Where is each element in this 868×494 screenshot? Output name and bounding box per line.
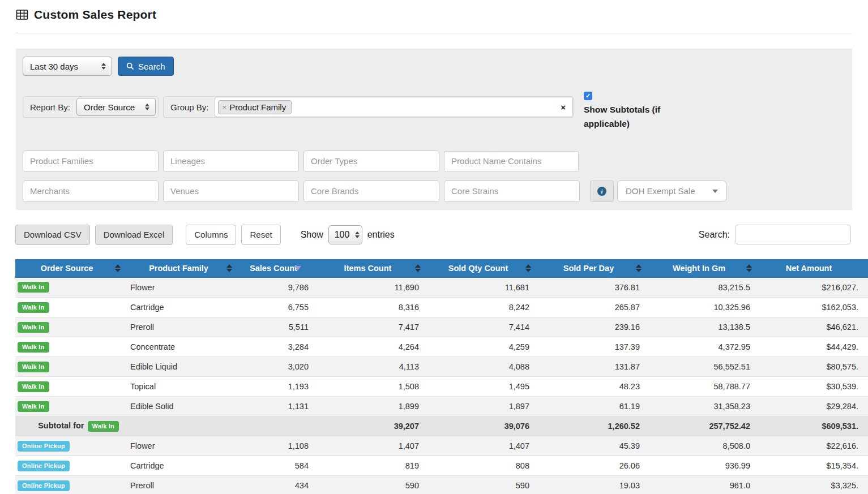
product-family-cell: Edible Solid bbox=[127, 397, 239, 416]
lineages-input[interactable] bbox=[163, 151, 299, 172]
doh-exempt-select[interactable]: DOH Exempt Sale bbox=[617, 181, 726, 202]
table-row: Walk InEdible Solid1,1311,8991,89761.193… bbox=[15, 397, 868, 416]
product-family-cell: Topical bbox=[127, 377, 239, 397]
value-cell: 48.23 bbox=[538, 377, 648, 397]
value-cell: $216,027. bbox=[759, 278, 868, 298]
order-source-cell: Online Pickup bbox=[15, 476, 127, 494]
value-cell: 434 bbox=[239, 476, 317, 494]
column-header-sold-qty-count[interactable]: Sold Qty Count bbox=[427, 259, 538, 278]
sort-icon[interactable] bbox=[115, 264, 121, 272]
column-header-sales-count[interactable]: Sales Count bbox=[239, 259, 317, 278]
group-by-input[interactable]: × Product Family × bbox=[215, 97, 573, 117]
order-types-input[interactable] bbox=[303, 151, 439, 172]
value-cell: 26.06 bbox=[538, 456, 648, 476]
value-cell: 39,076 bbox=[427, 416, 538, 436]
value-cell: $15,354. bbox=[759, 456, 868, 476]
info-button[interactable]: i bbox=[590, 181, 614, 202]
value-cell: 6,755 bbox=[239, 298, 317, 317]
column-label: Sales Count bbox=[250, 264, 297, 273]
table-row: Walk InEdible Liquid3,0204,1134,088131.8… bbox=[15, 357, 868, 377]
order-source-cell: Online Pickup bbox=[15, 436, 127, 456]
group-by-group: Group By: × Product Family × bbox=[163, 96, 574, 118]
product-families-input[interactable] bbox=[23, 151, 159, 172]
sort-icon[interactable] bbox=[636, 264, 642, 272]
date-range-select[interactable]: Last 30 days bbox=[23, 57, 112, 76]
report-by-value: Order Source bbox=[84, 102, 135, 112]
report-by-label: Report By: bbox=[30, 102, 70, 112]
table-toolbar: Download CSV Download Excel Columns Rese… bbox=[15, 225, 851, 245]
value-cell: $3,325. bbox=[759, 476, 868, 494]
value-cell: 257,752.42 bbox=[648, 416, 759, 436]
report-by-select[interactable]: Order Source bbox=[76, 98, 156, 116]
value-cell: 584 bbox=[239, 456, 317, 476]
report-table: Order SourceProduct FamilySales CountIte… bbox=[15, 259, 868, 494]
column-header-sold-per-day[interactable]: Sold Per Day bbox=[538, 259, 648, 278]
order-source-badge: Walk In bbox=[18, 342, 49, 353]
column-label: Net Amount bbox=[786, 264, 832, 273]
order-source-cell: Walk In bbox=[15, 337, 127, 357]
show-subtotals-checkbox[interactable]: ✓ bbox=[584, 92, 592, 100]
table-search-input[interactable] bbox=[735, 225, 851, 244]
core-strains-input[interactable] bbox=[444, 181, 580, 202]
column-label: Order Source bbox=[41, 264, 93, 273]
order-source-badge: Walk In bbox=[18, 381, 49, 392]
value-cell: 1,131 bbox=[239, 397, 317, 416]
order-source-badge: Walk In bbox=[88, 421, 119, 432]
select-arrows-icon bbox=[101, 63, 106, 70]
value-cell: $609,531. bbox=[759, 416, 868, 436]
select-arrows-icon bbox=[355, 231, 360, 238]
clear-group-by-icon[interactable]: × bbox=[561, 102, 566, 112]
table-grid-icon bbox=[16, 9, 28, 20]
sort-icon[interactable] bbox=[746, 264, 752, 272]
group-by-label: Group By: bbox=[170, 102, 209, 112]
product-family-cell: Cartridge bbox=[127, 456, 239, 476]
column-header-weight-in-gm[interactable]: Weight In Gm bbox=[648, 259, 759, 278]
report-by-group: Report By: Order Source bbox=[23, 96, 159, 118]
column-header-product-family[interactable]: Product Family bbox=[127, 259, 239, 278]
table-row: Walk InPreroll5,5117,4177,414239.1613,13… bbox=[15, 317, 868, 337]
columns-button[interactable]: Columns bbox=[186, 225, 236, 245]
entries-value: 100 bbox=[335, 230, 350, 240]
sort-icon[interactable] bbox=[525, 264, 531, 272]
remove-tag-icon[interactable]: × bbox=[223, 103, 227, 111]
value-cell: 31,358.23 bbox=[648, 397, 759, 416]
value-cell: 1,260.52 bbox=[538, 416, 648, 436]
column-header-net-amount[interactable]: Net Amount bbox=[759, 259, 868, 278]
value-cell: 5,511 bbox=[239, 317, 317, 337]
download-csv-button[interactable]: Download CSV bbox=[15, 225, 90, 245]
download-excel-button[interactable]: Download Excel bbox=[95, 225, 173, 245]
value-cell: 4,259 bbox=[427, 337, 538, 357]
value-cell: 961.0 bbox=[648, 476, 759, 494]
sort-icon[interactable] bbox=[415, 264, 421, 272]
search-button[interactable]: Search bbox=[118, 57, 174, 76]
value-cell: 137.39 bbox=[538, 337, 648, 357]
value-cell: 56,552.51 bbox=[648, 357, 759, 377]
column-header-order-source[interactable]: Order Source bbox=[15, 259, 127, 278]
value-cell: 8,316 bbox=[317, 298, 427, 317]
reset-button[interactable]: Reset bbox=[241, 225, 280, 245]
value-cell: 239.16 bbox=[538, 317, 648, 337]
table-search-label: Search: bbox=[699, 230, 730, 240]
venues-input[interactable] bbox=[163, 181, 299, 202]
sort-desc-icon[interactable] bbox=[294, 266, 301, 270]
value-cell: 4,088 bbox=[427, 357, 538, 377]
core-brands-input[interactable] bbox=[303, 181, 439, 202]
value-cell: $80,575. bbox=[759, 357, 868, 377]
column-header-items-count[interactable]: Items Count bbox=[317, 259, 427, 278]
entries-select[interactable]: 100 bbox=[328, 225, 362, 244]
value-cell: 1,897 bbox=[427, 397, 538, 416]
order-source-badge: Walk In bbox=[18, 362, 49, 372]
column-label: Weight In Gm bbox=[673, 264, 725, 273]
value-cell: 1,193 bbox=[239, 377, 317, 397]
product-family-cell bbox=[127, 416, 239, 436]
sort-icon[interactable] bbox=[226, 264, 232, 272]
doh-exempt-value: DOH Exempt Sale bbox=[626, 186, 695, 196]
search-icon bbox=[126, 62, 134, 70]
value-cell: 7,417 bbox=[317, 317, 427, 337]
product-name-contains-input[interactable] bbox=[444, 151, 579, 171]
merchants-input[interactable] bbox=[23, 181, 159, 202]
value-cell bbox=[239, 416, 317, 436]
value-cell: $29,284. bbox=[759, 397, 868, 416]
order-source-badge: Walk In bbox=[18, 282, 49, 293]
title-divider bbox=[16, 33, 852, 33]
